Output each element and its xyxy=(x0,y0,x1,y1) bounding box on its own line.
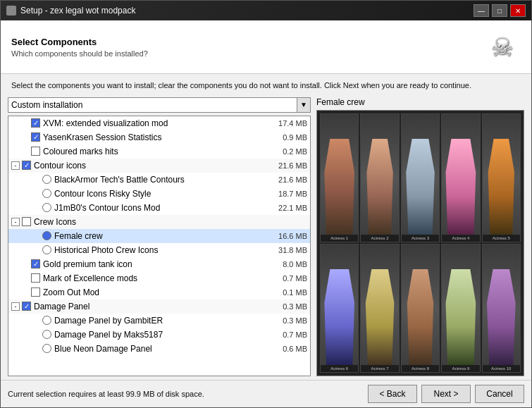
components-list[interactable]: ✓ XVM: extended visualization mod 17.4 M… xyxy=(8,116,311,377)
list-item[interactable]: BlackArmor Tech's Battle Contours 21.6 M… xyxy=(8,173,310,187)
expand-contour[interactable]: - xyxy=(11,161,20,170)
title-bar-left: Setup - zex legal wot modpack xyxy=(6,6,135,16)
radio-blackarmor[interactable] xyxy=(42,175,51,184)
bottom-bar: Current selection requires at least 99.9… xyxy=(1,380,531,407)
description-area: Select the components you want to instal… xyxy=(1,74,531,97)
expand-crew[interactable]: - xyxy=(11,218,20,226)
checkbox-moe[interactable] xyxy=(31,273,40,283)
list-item[interactable]: - Crew Icons xyxy=(8,215,310,229)
title-bar-controls: — □ ✕ xyxy=(474,4,526,17)
list-item[interactable]: - ✓ Contour icons 21.6 MB xyxy=(8,159,310,173)
close-button[interactable]: ✕ xyxy=(510,4,526,17)
window-title: Setup - zex legal wot modpack xyxy=(20,6,135,16)
list-item[interactable]: Mark of Excellence mods 0.7 MB xyxy=(8,271,310,285)
list-item[interactable]: Contour Icons Risky Style 18.7 MB xyxy=(8,187,310,201)
preview-cell: Actress 8 xyxy=(401,244,440,373)
preview-cell: Actress 10 xyxy=(482,244,521,373)
cancel-button[interactable]: Cancel xyxy=(475,385,524,403)
preview-grid: Actress 1 Actress 2 Actress 3 Actre xyxy=(317,111,524,376)
radio-risky[interactable] xyxy=(42,189,51,198)
preview-cell: Actress 5 xyxy=(482,113,521,242)
content: Select the components you want to instal… xyxy=(1,74,531,407)
installation-type-dropdown[interactable]: Custom installation xyxy=(8,97,297,113)
header-subtitle: Which components should be installed? xyxy=(11,49,482,58)
list-item[interactable]: ✓ YasenKrasen Session Statistics 0.9 MB xyxy=(8,130,310,144)
checkbox-damage[interactable]: ✓ xyxy=(22,302,31,311)
radio-historical[interactable] xyxy=(42,245,51,254)
header-title: Select Components xyxy=(11,37,482,47)
skull-icon: ☠ xyxy=(490,32,513,62)
list-item[interactable]: Blue Neon Damage Panel 0.6 MB xyxy=(8,342,310,356)
preview-label: Female crew xyxy=(316,97,524,107)
list-item[interactable]: Damage Panel by GambitER 0.3 MB xyxy=(8,314,310,328)
checkbox-gold[interactable]: ✓ xyxy=(31,259,40,268)
checkbox-coloured[interactable] xyxy=(31,147,40,156)
back-button[interactable]: < Back xyxy=(368,385,417,403)
radio-maks[interactable] xyxy=(42,330,51,339)
preview-cell: Actress 4 xyxy=(441,113,480,242)
dropdown-row: Custom installation ▼ xyxy=(8,97,311,113)
expand-damage[interactable]: - xyxy=(11,302,20,311)
next-button[interactable]: Next > xyxy=(421,385,471,403)
bottom-buttons: < Back Next > Cancel xyxy=(368,385,524,403)
main-window: Setup - zex legal wot modpack — □ ✕ Sele… xyxy=(0,0,532,408)
header-text: Select Components Which components shoul… xyxy=(11,37,482,58)
preview-cell: Actress 2 xyxy=(360,113,399,242)
right-panel: Female crew Actress 1 Actress 2 xyxy=(311,97,524,377)
disk-space-label: Current selection requires at least 99.9… xyxy=(8,390,204,398)
maximize-button[interactable]: □ xyxy=(492,4,507,17)
list-item[interactable]: Zoom Out Mod 0.1 MB xyxy=(8,285,310,299)
preview-cell: Actress 3 xyxy=(401,113,440,242)
checkbox-crew[interactable] xyxy=(22,217,31,226)
list-item[interactable]: Damage Panel by Maks5187 0.7 MB xyxy=(8,328,310,342)
radio-blue[interactable] xyxy=(42,344,51,353)
left-panel: Custom installation ▼ ✓ XVM: extended vi… xyxy=(8,97,311,377)
title-bar: Setup - zex legal wot modpack — □ ✕ xyxy=(1,1,531,20)
list-item[interactable]: - ✓ Damage Panel 0.3 MB xyxy=(8,299,310,314)
header: Select Components Which components shoul… xyxy=(1,20,531,74)
checkbox-contour[interactable]: ✓ xyxy=(22,161,31,170)
list-item[interactable]: J1mB0's Contour Icons Mod 22.1 MB xyxy=(8,201,310,215)
radio-j1mb0[interactable] xyxy=(42,203,51,212)
checkbox-yasen[interactable]: ✓ xyxy=(31,132,40,142)
preview-cell: Actress 9 xyxy=(441,244,480,373)
checkbox-xvm[interactable]: ✓ xyxy=(31,118,40,128)
app-icon xyxy=(6,6,16,16)
list-item[interactable]: ✓ XVM: extended visualization mod 17.4 M… xyxy=(8,116,310,130)
main-area: Custom installation ▼ ✓ XVM: extended vi… xyxy=(1,97,531,381)
header-logo: ☠ xyxy=(482,27,521,66)
description-text: Select the components you want to instal… xyxy=(11,81,471,89)
list-item[interactable]: ✓ Gold premium tank icon 8.0 MB xyxy=(8,257,310,271)
list-item[interactable]: Coloured marks hits 0.2 MB xyxy=(8,144,310,159)
checkbox-zoom[interactable] xyxy=(31,288,40,297)
preview-cell: Actress 7 xyxy=(360,244,399,373)
preview-cell: Actress 1 xyxy=(320,113,359,242)
radio-gambit[interactable] xyxy=(42,316,51,325)
list-item[interactable]: Female crew 16.6 MB xyxy=(8,229,310,243)
minimize-button[interactable]: — xyxy=(474,4,489,17)
list-item[interactable]: Historical Photo Crew Icons 31.8 MB xyxy=(8,243,310,257)
dropdown-arrow[interactable]: ▼ xyxy=(297,97,311,113)
preview-image: Actress 1 Actress 2 Actress 3 Actre xyxy=(316,110,524,377)
radio-female-crew[interactable] xyxy=(42,231,51,240)
preview-cell: Actress 6 xyxy=(320,244,359,373)
